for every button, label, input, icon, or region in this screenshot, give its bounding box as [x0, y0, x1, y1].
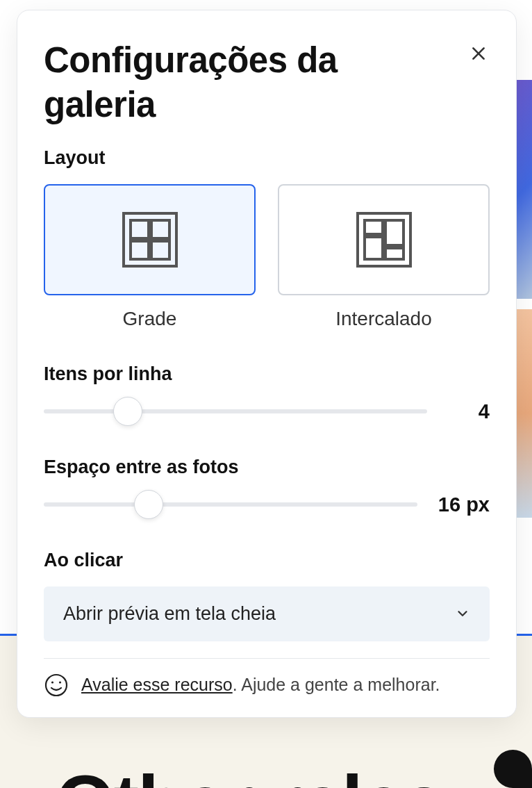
svg-point-13	[51, 681, 53, 683]
svg-rect-8	[365, 220, 383, 234]
svg-point-14	[59, 681, 61, 683]
chevron-down-icon	[455, 606, 470, 621]
background-image-1	[517, 80, 532, 299]
items-per-row-control: 4	[44, 400, 490, 423]
items-per-row-slider[interactable]	[44, 409, 427, 413]
svg-rect-9	[365, 237, 383, 259]
smiley-icon	[44, 673, 69, 698]
svg-point-12	[46, 675, 67, 696]
spacing-slider[interactable]	[44, 502, 417, 507]
svg-rect-11	[385, 248, 404, 259]
panel-title: Configurações da galeria	[44, 38, 391, 128]
background-heading: Other relea	[56, 757, 444, 788]
items-per-row-label: Itens por linha	[44, 363, 490, 385]
layout-option-label: Intercalado	[278, 308, 490, 330]
svg-rect-5	[131, 241, 149, 259]
spacing-slider-thumb[interactable]	[134, 490, 163, 519]
layout-option-grid[interactable]: Grade	[44, 184, 256, 330]
spacing-label: Espaço entre as fotos	[44, 457, 490, 478]
close-icon	[469, 44, 488, 63]
panel-header: Configurações da galeria	[44, 38, 490, 128]
gallery-settings-panel: Configurações da galeria Layout Grade	[17, 10, 517, 718]
onclick-label: Ao clicar	[44, 550, 490, 571]
feedback-text: Avalie esse recurso. Ajude a gente a mel…	[81, 675, 440, 695]
items-per-row-value: 4	[448, 400, 490, 423]
grid-icon	[121, 211, 179, 269]
svg-rect-4	[151, 220, 169, 238]
layout-options: Grade Intercalado	[44, 184, 490, 330]
svg-rect-3	[131, 220, 149, 238]
svg-rect-6	[151, 241, 169, 259]
onclick-section: Ao clicar Abrir prévia em tela cheia	[44, 550, 490, 641]
items-per-row-slider-thumb[interactable]	[113, 397, 142, 426]
background-image-2	[517, 309, 532, 518]
spacing-value: 16 px	[438, 493, 490, 516]
feedback-row: Avalie esse recurso. Ajude a gente a mel…	[44, 673, 490, 698]
layout-card-grid	[44, 184, 256, 295]
layout-option-staggered[interactable]: Intercalado	[278, 184, 490, 330]
close-button[interactable]	[467, 42, 490, 65]
layout-card-staggered	[278, 184, 490, 295]
svg-rect-10	[385, 220, 404, 245]
staggered-icon	[355, 211, 413, 269]
spacing-control: 16 px	[44, 493, 490, 516]
chat-widget-button[interactable]	[494, 750, 532, 788]
feedback-suffix: . Ajude a gente a melhorar.	[233, 675, 440, 694]
layout-option-label: Grade	[44, 308, 256, 330]
onclick-selected-value: Abrir prévia em tela cheia	[63, 603, 276, 625]
divider	[44, 658, 490, 659]
feedback-link[interactable]: Avalie esse recurso	[81, 675, 233, 694]
layout-section-label: Layout	[44, 147, 490, 169]
onclick-select[interactable]: Abrir prévia em tela cheia	[44, 586, 490, 641]
